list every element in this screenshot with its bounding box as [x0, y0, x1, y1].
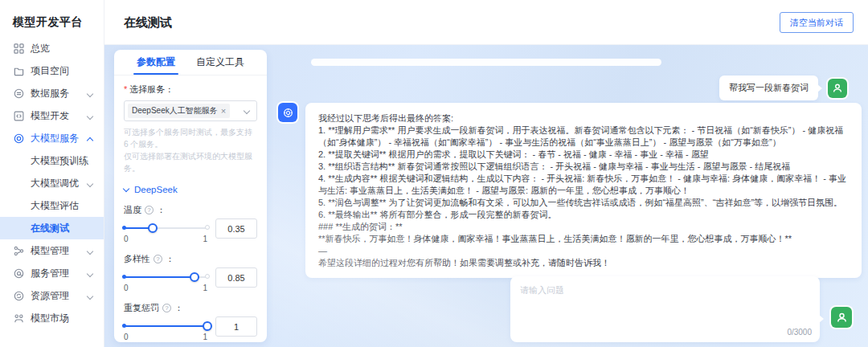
app-root: 模型开发平台 总览 项目空间 数据服务 — [0, 0, 868, 347]
help-icon[interactable]: ? — [145, 206, 154, 214]
input-row: 0/3000 — [510, 276, 852, 342]
sidebar-item-service-mgmt[interactable]: 服务管理 — [0, 262, 104, 284]
sidebar-item-label: 在线测试 — [31, 222, 69, 235]
chevron-down-icon — [87, 293, 93, 300]
assistant-line: ### **生成的贺词：** — [318, 221, 849, 233]
params-panel: 参数配置 自定义工具 *选择服务： DeepSeek人工智能服务 × — [114, 50, 267, 342]
assistant-line: 4. **生成内容** 根据关键词和逻辑结构，生成以下内容： - 开头祝福: 新… — [318, 173, 849, 197]
slider-start-dot — [122, 324, 126, 328]
sidebar-item-label: 模型管理 — [31, 244, 69, 258]
question-input[interactable] — [510, 276, 820, 321]
sidebar-item-llm-service[interactable]: 大模型服务 — [0, 127, 104, 149]
chevron-down-icon — [123, 185, 129, 191]
nodes-icon — [13, 245, 24, 256]
code-icon — [13, 110, 24, 121]
slider-handle[interactable] — [203, 321, 212, 331]
service-helper-text: 可选择多个服务同时测试，最多支持 6 个服务。 仅可选择部署在测试环境的大模型服… — [124, 126, 257, 174]
chevron-down-icon — [87, 271, 93, 277]
temperature-slider[interactable] — [124, 223, 207, 233]
data-service-icon — [13, 88, 24, 99]
slider-min: 0 — [124, 235, 129, 243]
slider-max: 1 — [203, 235, 207, 243]
diversity-value-input[interactable]: 0.85 — [215, 267, 257, 288]
diversity-label: 多样性 ?： — [124, 253, 257, 265]
char-counter: 0/3000 — [787, 328, 812, 337]
sidebar-item-llm-tuning[interactable]: 大模型调优 — [0, 172, 104, 194]
repetition-penalty-value-input[interactable]: 1 — [215, 316, 257, 337]
assistant-line: 6. **最终输出** 将所有部分整合，形成一段完整的新春贺词。 — [318, 209, 849, 221]
grid-icon — [13, 43, 24, 54]
temperature-slider-row: 0 1 0.35 — [124, 223, 257, 243]
sidebar-item-resource-mgmt[interactable]: 资源管理 — [0, 284, 104, 307]
help-icon[interactable]: ? — [154, 255, 162, 263]
user-message-bubble: 帮我写一段新春贺词 — [719, 76, 818, 100]
slider-max: 1 — [203, 333, 207, 341]
service-select[interactable]: DeepSeek人工智能服务 × — [124, 100, 257, 121]
sidebar-item-model-market[interactable]: 模型市场 — [0, 307, 104, 329]
sidebar-item-label: 模型市场 — [31, 312, 69, 325]
sidebar: 模型开发平台 总览 项目空间 数据服务 — [0, 0, 104, 347]
user-message-text: 帮我写一段新春贺词 — [729, 83, 809, 92]
service-mgmt-icon — [13, 267, 24, 279]
params-body: *选择服务： DeepSeek人工智能服务 × 可选择多个服务同时测试，最多支持… — [114, 76, 267, 342]
sidebar-item-llm-pretrain[interactable]: 大模型预训练 — [0, 149, 104, 172]
chevron-down-icon — [87, 113, 93, 120]
sidebar-item-label: 大模型预训练 — [31, 154, 88, 168]
sidebar-item-llm-eval[interactable]: 大模型评估 — [0, 194, 104, 217]
assistant-line: 我经过以下思考后得出最终的答案: — [318, 112, 849, 125]
assistant-line: 1. **理解用户需求** 用户要求生成一段新春贺词，用于表达祝福。新春贺词通常… — [318, 125, 849, 149]
sidebar-item-project-space[interactable]: 项目空间 — [0, 59, 104, 82]
sidebar-item-label: 资源管理 — [31, 289, 69, 303]
model-group-label: DeepSeek — [134, 185, 178, 194]
assistant-message-row: 我经过以下思考后得出最终的答案: 1. **理解用户需求** 用户要求生成一段新… — [278, 103, 862, 278]
tab-param-config[interactable]: 参数配置 — [137, 50, 175, 75]
service-select-label: *选择服务： — [124, 84, 257, 96]
service-tag-label: DeepSeek人工智能服务 — [132, 105, 218, 116]
slider-max: 1 — [203, 284, 207, 292]
chevron-up-icon — [87, 137, 93, 144]
chevron-down-icon — [244, 108, 250, 114]
assistant-line: — — [318, 245, 849, 257]
tab-custom-tools[interactable]: 自定义工具 — [196, 50, 244, 75]
temperature-value-input[interactable]: 0.35 — [215, 218, 257, 239]
sidebar-item-online-test[interactable]: 在线测试 — [0, 217, 104, 239]
bubble-tail — [817, 84, 822, 92]
top-bar: 在线测试 清空当前对话 — [104, 0, 868, 45]
sidebar-item-overview[interactable]: 总览 — [0, 37, 104, 59]
user-avatar — [828, 79, 847, 98]
chat-area: 帮我写一段新春贺词 我经过以下思考后得出最终的答案: 1. — [276, 45, 868, 347]
assistant-line: 2. **提取关键词** 根据用户的需求，提取以下关键词： - 春节 - 祝福 … — [318, 149, 849, 161]
sidebar-item-label: 大模型调优 — [31, 177, 79, 190]
service-tag: DeepSeek人工智能服务 × — [128, 104, 230, 118]
clear-conversation-button[interactable]: 清空当前对话 — [780, 12, 854, 33]
slider-start-dot — [122, 226, 126, 230]
slider-handle[interactable] — [148, 223, 158, 233]
diversity-slider[interactable] — [124, 272, 207, 282]
sidebar-item-data-service[interactable]: 数据服务 — [0, 82, 104, 104]
tag-close-icon[interactable]: × — [221, 107, 226, 116]
diversity-slider-row: 0 1 0.85 — [124, 272, 257, 292]
page-title: 在线测试 — [124, 15, 172, 31]
user-avatar — [831, 307, 852, 328]
model-group-header[interactable]: DeepSeek — [124, 185, 257, 194]
assistant-line: 希望这段详细的过程对您有所帮助！如果需要调整或补充，请随时告诉我！ — [318, 257, 849, 269]
chevron-down-icon — [87, 248, 93, 255]
sidebar-nav: 总览 项目空间 数据服务 模型开发 — [0, 37, 104, 329]
assistant-line: 3. **组织语言结构** 新春贺词通常按照以下逻辑组织语言： - 开头祝福 -… — [318, 161, 849, 173]
slider-start-dot — [122, 275, 126, 279]
assistant-message-bubble: 我经过以下思考后得出最终的答案: 1. **理解用户需求** 用户要求生成一段新… — [305, 103, 862, 278]
main-area: 在线测试 清空当前对话 参数配置 自定义工具 *选择服务： DeepSeek人工… — [104, 0, 868, 347]
slider-min: 0 — [124, 284, 129, 292]
bubble-tail — [305, 111, 306, 119]
temperature-label: 温度 ?： — [124, 204, 257, 216]
llm-service-icon — [13, 133, 24, 144]
content-area: 参数配置 自定义工具 *选择服务： DeepSeek人工智能服务 × — [104, 45, 868, 347]
repetition-penalty-slider[interactable] — [124, 321, 207, 331]
assistant-line: 5. **润色与调整** 为了让贺词更加流畅和有文采，可以加入一些传统吉祥话或成… — [318, 197, 849, 209]
sidebar-item-model-mgmt[interactable]: 模型管理 — [0, 239, 104, 262]
slider-handle[interactable] — [190, 272, 199, 282]
help-icon[interactable]: ? — [162, 304, 171, 312]
sidebar-item-label: 数据服务 — [31, 87, 69, 100]
market-icon — [13, 312, 24, 324]
sidebar-item-model-dev[interactable]: 模型开发 — [0, 104, 104, 127]
